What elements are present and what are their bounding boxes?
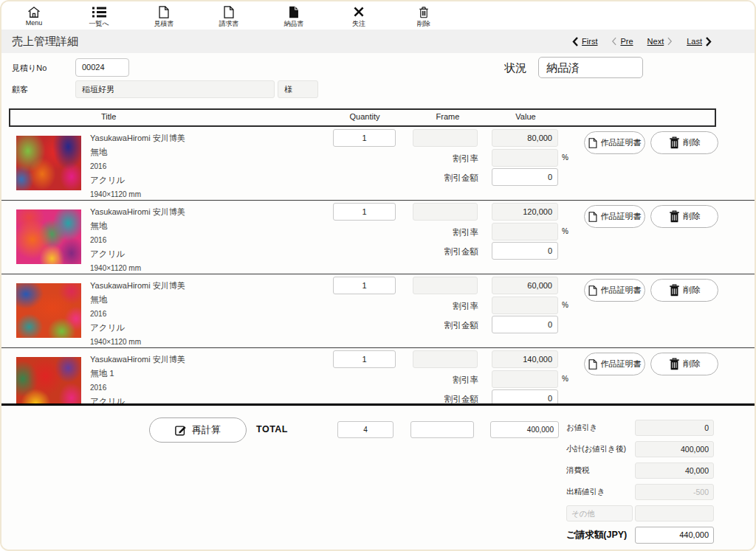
discount-rate-label: 割引率 [415,375,478,386]
toolbar-lost-button[interactable]: 失注 [326,1,391,30]
discount-rate-label: 割引率 [415,301,478,312]
discount-rate-field[interactable] [492,370,558,388]
row-delete-button[interactable]: 削除 [650,205,718,228]
quote-no-input[interactable]: 00024 [75,58,129,77]
quantity-input[interactable]: 1 [333,203,396,221]
nav-first-button[interactable]: First [572,37,597,46]
toolbar-delete-button[interactable]: 削除 [391,1,456,30]
discount-amount-input[interactable]: 0 [492,316,558,333]
frame-field[interactable] [413,277,478,294]
document-icon [588,359,597,370]
table-row: YasukawaHiromi 安川博美 無地 2016 アクリル 1940×11… [1,201,755,274]
artwork-medium: アクリル [90,321,185,335]
value-field: 80,000 [492,129,558,147]
discount-amount-input[interactable]: 0 [492,168,558,186]
column-header-title: Title [101,112,116,121]
chevron-right-icon [667,37,673,46]
status-input[interactable]: 納品済 [538,57,643,78]
chevron-right-bold-icon [706,37,712,46]
quote-no-label: 見積りNo [12,63,47,74]
tax-label: 消費税 [566,465,590,476]
artwork-year: 2016 [90,233,185,247]
line-items-list: YasukawaHiromi 安川博美 無地 2016 アクリル 1940×11… [1,127,755,403]
document-icon [588,285,597,296]
other-label-input[interactable]: その他 [566,505,633,521]
quantity-input[interactable]: 1 [333,277,396,294]
other-field[interactable] [635,505,714,521]
row-delete-button[interactable]: 削除 [650,131,718,154]
toolbar-list-label: 一覧へ [89,19,109,29]
artwork-thumbnail[interactable] [16,136,81,190]
nav-last-button[interactable]: Last [687,37,712,46]
certificate-button[interactable]: 作品証明書 [584,279,645,302]
totals-footer: 再計算 TOTAL 4 400,000 お値引き 0 小計(お値引き後) 400… [1,406,755,550]
quantity-input[interactable]: 1 [333,350,396,368]
order-header-form: 見積りNo 00024 顧客 稲垣好男 様 状況 納品済 [1,53,755,108]
discount-rate-label: 割引率 [415,153,478,164]
toolbar-delivery-button[interactable]: 納品書 [261,1,326,30]
toolbar-list-button[interactable]: 一覧へ [66,1,131,30]
line-items-header: Title Quantity Frame Value [9,108,716,127]
tax-field: 40,000 [635,462,714,479]
invoice-total-label: ご請求額(JPY) [566,529,627,541]
discount-amount-label: 割引金額 [400,394,478,403]
certificate-button[interactable]: 作品証明書 [584,131,645,154]
toolbar-quote-button[interactable]: 見積書 [131,1,196,30]
edit-icon [175,424,187,436]
value-field: 120,000 [492,203,558,221]
toolbar-invoice-label: 請求書 [219,19,239,29]
document-icon [588,212,597,222]
discount-label: お値引き [566,423,598,433]
trash-icon [669,210,680,223]
toolbar-quote-label: 見積書 [154,19,174,29]
artwork-thumbnail[interactable] [16,209,81,264]
row-delete-button[interactable]: 削除 [650,279,718,302]
discount-rate-field[interactable] [492,149,558,167]
document-outline-icon [159,5,169,18]
toolbar-delete-label: 削除 [417,19,430,29]
artwork-medium: アクリル [90,247,185,261]
special-discount-field[interactable]: -500 [635,484,714,500]
recalculate-button[interactable]: 再計算 [149,417,247,443]
table-row: YasukawaHiromi 安川博美 無地 2016 アクリル 1940×11… [1,274,755,348]
quantity-input[interactable]: 1 [333,129,396,147]
artwork-thumbnail[interactable] [16,357,81,403]
column-header-frame: Frame [420,112,475,121]
document-icon [588,138,597,148]
discount-amount-input[interactable]: 0 [492,389,558,403]
nav-next-button[interactable]: Next [647,37,673,46]
customer-field[interactable]: 稲垣好男 [75,80,275,98]
nav-pre-button[interactable]: Pre [611,37,633,46]
artwork-year: 2016 [90,381,185,395]
artwork-title: 無地 [90,219,185,233]
row-delete-button[interactable]: 削除 [650,353,718,375]
artwork-title: 無地 [90,145,185,159]
table-row: YasukawaHiromi 安川博美 無地 1 2016 アクリル 1940×… [1,348,755,403]
discount-rate-field[interactable] [492,223,558,240]
percent-suffix: % [562,375,568,383]
artwork-artist: YasukawaHiromi 安川博美 [90,353,185,367]
discount-amount-input[interactable]: 0 [492,242,558,260]
artwork-artist: YasukawaHiromi 安川博美 [90,131,185,145]
app-window: Menu 一覧へ 見積書 請求書 納品書 [0,0,756,551]
artwork-thumbnail[interactable] [16,283,81,338]
frame-field[interactable] [413,129,478,147]
discount-amount-label: 割引金額 [400,246,478,257]
toolbar-invoice-button[interactable]: 請求書 [196,1,261,30]
frame-field[interactable] [413,350,478,368]
trash-icon [669,358,680,370]
certificate-button[interactable]: 作品証明書 [584,205,645,228]
artwork-size: 1940×1120 mm [90,187,185,201]
discount-rate-field[interactable] [492,297,558,314]
nav-next-label: Next [647,37,664,46]
toolbar: Menu 一覧へ 見積書 請求書 納品書 [1,1,755,30]
frame-field[interactable] [413,203,478,221]
discount-amount-label: 割引金額 [400,173,478,184]
total-frame-field [410,421,474,438]
toolbar-menu-button[interactable]: Menu [1,1,66,30]
certificate-button[interactable]: 作品証明書 [584,353,645,375]
chevron-left-icon [611,37,616,46]
artwork-title: 無地 1 [90,367,185,381]
status-label: 状況 [504,61,526,75]
nav-first-label: First [582,37,597,46]
